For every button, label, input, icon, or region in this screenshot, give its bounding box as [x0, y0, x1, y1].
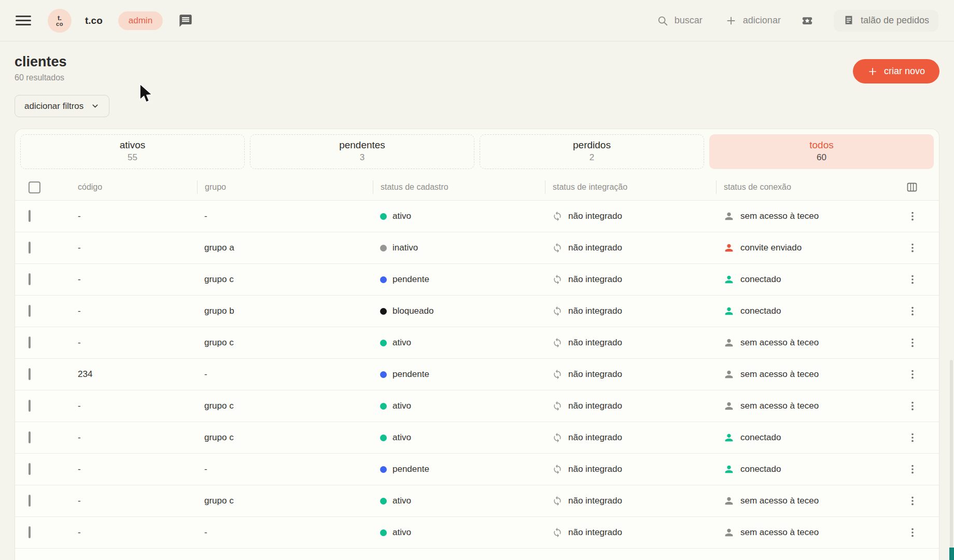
cell-grupo: -	[204, 527, 380, 538]
table-row[interactable]: - grupo c ativo não integrado sem acesso…	[15, 485, 939, 516]
table-row[interactable]: - - ativo não integrado sem acesso à tec…	[15, 516, 939, 548]
chat-icon[interactable]	[178, 13, 194, 29]
app-screen: t. co t.co admin buscar adicionar	[0, 0, 954, 560]
tab-ativos[interactable]: ativos 55	[20, 134, 245, 169]
column-header-codigo[interactable]: código	[78, 180, 204, 194]
row-actions-kebab-icon[interactable]	[906, 336, 919, 349]
table-row[interactable]: - grupo a inativo não integrado convite …	[15, 232, 939, 263]
row-checkbox[interactable]	[29, 337, 31, 348]
row-checkbox[interactable]	[29, 431, 31, 443]
cell-conexao-label: sem acesso à teceo	[740, 211, 819, 221]
column-settings-icon[interactable]	[906, 181, 918, 193]
add-label: adicionar	[743, 15, 781, 26]
cell-conexao: sem acesso à teceo	[723, 211, 906, 222]
status-dot	[380, 403, 387, 410]
tab-todos[interactable]: todos 60	[709, 134, 934, 169]
scrollbar-thumb[interactable]	[949, 548, 954, 560]
sync-icon	[552, 464, 563, 474]
page-title: clientes	[15, 54, 67, 70]
tab-count: 55	[21, 152, 244, 163]
cell-codigo: -	[78, 496, 204, 506]
cell-integracao-label: não integrado	[568, 369, 622, 380]
cell-conexao-label: conectado	[740, 274, 781, 285]
tab-pendentes[interactable]: pendentes 3	[250, 134, 474, 169]
create-new-button[interactable]: criar novo	[853, 59, 939, 83]
cell-integracao-label: não integrado	[568, 211, 622, 221]
cell-cadastro-label: pendente	[392, 274, 429, 285]
tab-perdidos[interactable]: perdidos 2	[480, 134, 704, 169]
sync-icon	[552, 338, 563, 348]
orders-button[interactable]: talão de pedidos	[834, 10, 938, 32]
cell-cadastro: ativo	[380, 527, 552, 538]
row-checkbox[interactable]	[29, 210, 31, 222]
row-actions-kebab-icon[interactable]	[906, 241, 919, 255]
cell-conexao-label: sem acesso à teceo	[740, 496, 819, 506]
row-checkbox[interactable]	[29, 305, 31, 317]
cell-codigo: 234	[78, 369, 204, 380]
cell-conexao: sem acesso à teceo	[723, 495, 906, 507]
table-bottom-strip	[15, 548, 939, 560]
row-checkbox[interactable]	[29, 495, 31, 507]
row-actions-kebab-icon[interactable]	[906, 463, 919, 476]
cell-codigo: -	[78, 338, 204, 348]
column-header-cadastro[interactable]: status de cadastro	[373, 180, 552, 194]
cell-conexao: conectado	[723, 305, 906, 317]
plus-icon	[725, 15, 737, 26]
table-row[interactable]: - grupo c ativo não integrado sem acesso…	[15, 390, 939, 422]
row-actions-kebab-icon[interactable]	[906, 368, 919, 381]
scrollbar-track[interactable]	[950, 360, 953, 560]
brand-logo[interactable]: t. co	[48, 9, 72, 33]
table-row[interactable]: - grupo c ativo não integrado sem acesso…	[15, 327, 939, 358]
tab-label: pendentes	[250, 139, 474, 151]
status-tabs: ativos 55 pendentes 3 perdidos 2 todos 6…	[15, 129, 939, 174]
cell-integracao: não integrado	[552, 306, 723, 316]
add-filters-button[interactable]: adicionar filtros	[15, 95, 109, 117]
logo-text-line2: co	[56, 21, 63, 27]
loyalty-button[interactable]	[802, 15, 813, 26]
row-actions-kebab-icon[interactable]	[906, 399, 919, 413]
mouse-cursor	[138, 83, 153, 105]
status-dot	[380, 276, 387, 283]
row-actions-kebab-icon[interactable]	[906, 304, 919, 318]
row-checkbox[interactable]	[29, 400, 31, 412]
column-header-grupo[interactable]: grupo	[197, 180, 380, 194]
row-actions-kebab-icon[interactable]	[906, 273, 919, 286]
row-checkbox[interactable]	[29, 273, 31, 285]
row-checkbox[interactable]	[29, 526, 31, 538]
cell-cadastro: ativo	[380, 211, 552, 221]
row-actions-kebab-icon[interactable]	[906, 526, 919, 539]
tab-count: 60	[710, 152, 933, 163]
cell-conexao: conectado	[723, 274, 906, 285]
add-button[interactable]: adicionar	[725, 15, 781, 26]
column-header-integracao[interactable]: status de integração	[545, 180, 723, 194]
column-header-conexao[interactable]: status de conexão	[716, 180, 906, 194]
cell-grupo: grupo a	[204, 243, 380, 253]
table-row[interactable]: - - pendente não integrado conectado	[15, 453, 939, 485]
row-actions-kebab-icon[interactable]	[906, 431, 919, 444]
table-row[interactable]: - grupo c ativo não integrado conectado	[15, 422, 939, 453]
admin-badge[interactable]: admin	[118, 11, 163, 30]
cell-cadastro-label: ativo	[392, 338, 411, 348]
row-actions-kebab-icon[interactable]	[906, 209, 919, 223]
cell-integracao: não integrado	[552, 243, 723, 253]
row-actions-kebab-icon[interactable]	[906, 494, 919, 508]
table-row[interactable]: 234 - pendente não integrado sem acesso …	[15, 358, 939, 390]
status-dot	[380, 245, 387, 251]
cell-conexao: sem acesso à teceo	[723, 527, 906, 538]
hamburger-menu-icon[interactable]	[16, 16, 31, 25]
search-button[interactable]: buscar	[657, 15, 703, 26]
cell-integracao-label: não integrado	[568, 401, 622, 411]
row-checkbox[interactable]	[29, 368, 31, 380]
row-checkbox[interactable]	[29, 242, 31, 254]
row-checkbox[interactable]	[29, 463, 31, 475]
table-row[interactable]: - grupo c pendente não integrado conecta…	[15, 263, 939, 295]
select-all-checkbox[interactable]	[29, 181, 40, 193]
cell-codigo: -	[78, 432, 204, 443]
search-label: buscar	[675, 15, 703, 26]
cell-cadastro: pendente	[380, 464, 552, 474]
table-row[interactable]: - - ativo não integrado sem acesso à tec…	[15, 200, 939, 232]
logo-text-line1: t.	[58, 15, 62, 21]
cell-cadastro-label: ativo	[392, 211, 411, 221]
table-row[interactable]: - grupo b bloqueado não integrado conect…	[15, 295, 939, 327]
cell-cadastro-label: ativo	[392, 527, 411, 538]
